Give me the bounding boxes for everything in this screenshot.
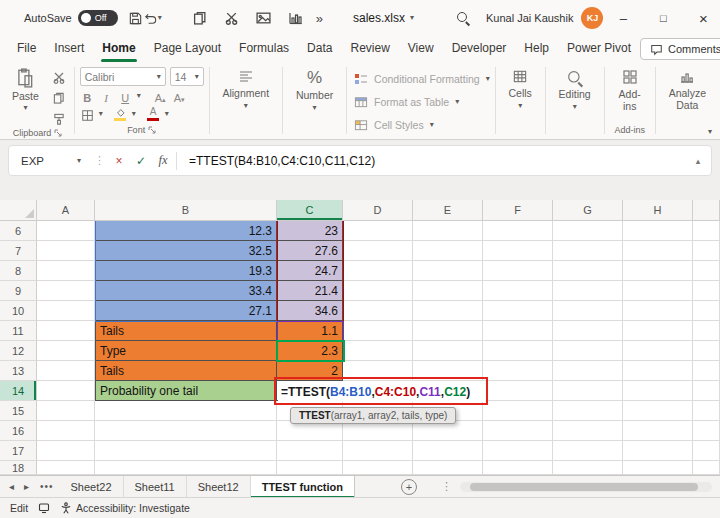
- cell-E13[interactable]: [413, 361, 483, 381]
- sheet-tab-sheet22[interactable]: Sheet22: [60, 476, 124, 498]
- cell-A11[interactable]: [37, 321, 95, 341]
- cell-D11[interactable]: [343, 321, 413, 341]
- row-header-6[interactable]: 6: [0, 221, 37, 241]
- cell-G7[interactable]: [553, 241, 623, 261]
- row-header-17[interactable]: 17: [0, 441, 37, 461]
- horizontal-scrollbar[interactable]: [460, 482, 712, 492]
- cell-E14[interactable]: [413, 381, 483, 401]
- tab-file[interactable]: File: [8, 36, 45, 62]
- cell-G12[interactable]: [553, 341, 623, 361]
- italic-button[interactable]: I: [99, 88, 114, 104]
- analyze-data-button[interactable]: Analyze Data: [661, 66, 714, 111]
- tab-developer[interactable]: Developer: [443, 36, 516, 62]
- tab-page-layout[interactable]: Page Layout: [145, 36, 230, 62]
- cell-F9[interactable]: [483, 281, 553, 301]
- cell-H9[interactable]: [623, 281, 693, 301]
- cell-B12[interactable]: Type: [95, 341, 277, 361]
- account-chip[interactable]: Kunal Jai Kaushik KJ: [486, 7, 603, 29]
- comments-button[interactable]: Comments: [640, 38, 720, 60]
- cell-F12[interactable]: [483, 341, 553, 361]
- cell-C7[interactable]: 27.6: [277, 241, 343, 261]
- cell-H10[interactable]: [623, 301, 693, 321]
- cell-D14[interactable]: [343, 381, 413, 401]
- editing-group-button[interactable]: Editing: [551, 66, 599, 111]
- cell-G15[interactable]: [553, 401, 623, 421]
- cell-F15[interactable]: [483, 401, 553, 421]
- cell-B14[interactable]: Probability one tail: [95, 381, 277, 401]
- cell-D7[interactable]: [343, 241, 413, 261]
- cell-A10[interactable]: [37, 301, 95, 321]
- cell-F7[interactable]: [483, 241, 553, 261]
- cell-F13[interactable]: [483, 361, 553, 381]
- cell-C10[interactable]: 34.6: [277, 301, 343, 321]
- cell-A14[interactable]: [37, 381, 95, 401]
- row-header-11[interactable]: 11: [0, 321, 37, 341]
- column-header-H[interactable]: H: [623, 200, 693, 221]
- more-commands-icon[interactable]: »: [316, 11, 323, 26]
- cell-A8[interactable]: [37, 261, 95, 281]
- cell-E16[interactable]: [413, 421, 483, 441]
- fill-color-button[interactable]: [113, 106, 128, 122]
- picture-button[interactable]: [252, 5, 276, 31]
- decrease-font-button[interactable]: A▾: [172, 88, 187, 104]
- cell-H18[interactable]: [623, 461, 693, 475]
- sheet-nav-right-icon[interactable]: ▸: [19, 481, 34, 492]
- row-header-10[interactable]: 10: [0, 301, 37, 321]
- row-header-8[interactable]: 8: [0, 261, 37, 281]
- cell-H6[interactable]: [623, 221, 693, 241]
- new-sheet-button[interactable]: +: [401, 479, 417, 495]
- row-header-12[interactable]: 12: [0, 341, 37, 361]
- cell-H8[interactable]: [623, 261, 693, 281]
- cell-D18[interactable]: [343, 461, 413, 475]
- cell-G16[interactable]: [553, 421, 623, 441]
- cell-G17[interactable]: [553, 441, 623, 461]
- cell-E9[interactable]: [413, 281, 483, 301]
- cell-B15[interactable]: [95, 401, 277, 421]
- tab-data[interactable]: Data: [298, 36, 341, 62]
- macro-record-button[interactable]: [38, 502, 50, 514]
- cell-F6[interactable]: [483, 221, 553, 241]
- cell-G13[interactable]: [553, 361, 623, 381]
- cell-G10[interactable]: [553, 301, 623, 321]
- sheet-nav-left-icon[interactable]: ◂: [4, 481, 19, 492]
- cell-B18[interactable]: [95, 461, 277, 475]
- maximize-button[interactable]: □: [643, 0, 683, 36]
- minimize-button[interactable]: –: [603, 0, 643, 36]
- cell-H15[interactable]: [623, 401, 693, 421]
- cell-C17[interactable]: [277, 441, 343, 461]
- bold-button[interactable]: B: [80, 88, 95, 104]
- cell-B17[interactable]: [95, 441, 277, 461]
- cell-A17[interactable]: [37, 441, 95, 461]
- cell-C9[interactable]: 21.4: [277, 281, 343, 301]
- cells-group-button[interactable]: Cells: [500, 66, 539, 110]
- document-title[interactable]: sales.xlsx: [353, 11, 414, 25]
- underline-chevron-icon[interactable]: [137, 92, 141, 100]
- tab-help[interactable]: Help: [515, 36, 558, 62]
- cell-H17[interactable]: [623, 441, 693, 461]
- cell-E8[interactable]: [413, 261, 483, 281]
- cell-G6[interactable]: [553, 221, 623, 241]
- column-header-C[interactable]: C: [277, 200, 343, 221]
- format-as-table-button[interactable]: Format as Table: [354, 92, 490, 112]
- row-header-14[interactable]: 14: [0, 381, 37, 401]
- cell-H12[interactable]: [623, 341, 693, 361]
- tab-power-pivot[interactable]: Power Pivot: [558, 36, 640, 62]
- tab-splitter-grip-icon[interactable]: ⋮: [441, 480, 452, 493]
- cell-E12[interactable]: [413, 341, 483, 361]
- sheet-tab-sheet12[interactable]: Sheet12: [187, 476, 251, 498]
- row-header-18[interactable]: 18: [0, 461, 37, 475]
- cell-D10[interactable]: [343, 301, 413, 321]
- increase-font-button[interactable]: A▴: [153, 88, 168, 104]
- ribbon-collapse-chevron[interactable]: [708, 128, 712, 136]
- scrollbar-thumb[interactable]: [470, 483, 698, 491]
- tab-review[interactable]: Review: [341, 36, 398, 62]
- cell-B11[interactable]: Tails: [95, 321, 277, 341]
- cell-G11[interactable]: [553, 321, 623, 341]
- tab-insert[interactable]: Insert: [45, 36, 93, 62]
- cell-A16[interactable]: [37, 421, 95, 441]
- cell-D16[interactable]: [343, 421, 413, 441]
- cell-C15[interactable]: [277, 401, 343, 421]
- cell-F10[interactable]: [483, 301, 553, 321]
- sheet-tab-ttest-function[interactable]: TTEST function: [251, 476, 355, 498]
- cell-E11[interactable]: [413, 321, 483, 341]
